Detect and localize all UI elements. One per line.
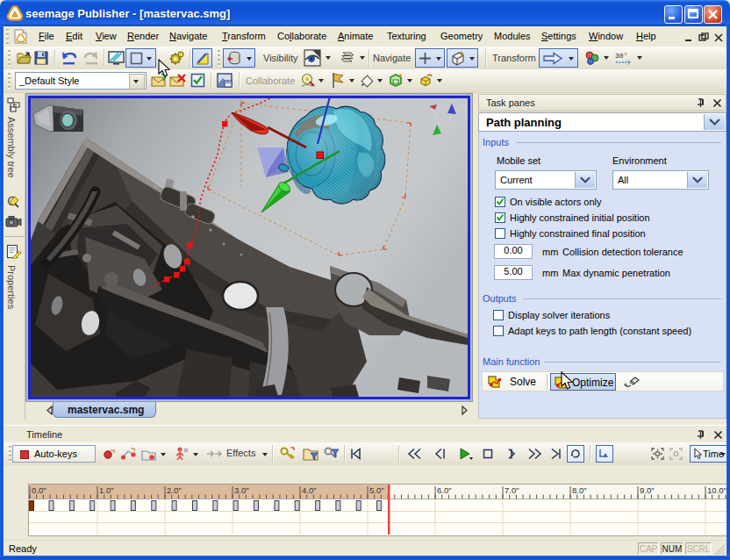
svg-text:0.0": 0.0" [32,485,47,495]
svg-text:30°: 30° [615,52,627,60]
svg-text:5.0": 5.0" [369,485,384,495]
svg-text:3.0": 3.0" [234,485,249,495]
svg-text:9.0": 9.0" [640,485,655,495]
svg-text:6.0": 6.0" [437,485,452,495]
svg-text:2.0": 2.0" [167,485,182,495]
svg-text:10.0": 10.0" [707,485,726,495]
svg-text:8.0": 8.0" [572,485,587,495]
svg-text:1.0": 1.0" [99,485,114,495]
svg-text:7.0": 7.0" [505,485,519,495]
svg-text:4.0": 4.0" [302,485,317,495]
